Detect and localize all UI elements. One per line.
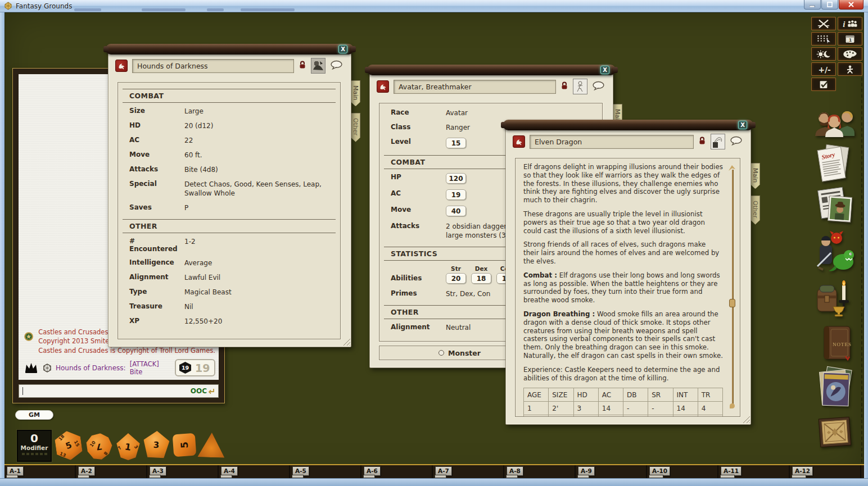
- sketch-portrait[interactable]: [711, 134, 725, 149]
- titlebar[interactable]: Fantasy Grounds: [0, 0, 868, 12]
- dragon-link-icon[interactable]: [115, 60, 128, 72]
- minimize-button[interactable]: [804, 0, 821, 10]
- modifier-value: 0: [18, 432, 51, 444]
- window-drag-bar[interactable]: [106, 44, 354, 54]
- hotkey-tab[interactable]: A-10: [649, 466, 670, 476]
- stat-value[interactable]: Lawful Evil: [184, 273, 336, 282]
- modifier-box[interactable]: 0 Modifier: [17, 430, 52, 462]
- hotkey-tab[interactable]: A-9: [578, 466, 595, 476]
- speech-bubble-icon[interactable]: [730, 136, 743, 148]
- window-drag-bar[interactable]: [503, 120, 753, 130]
- hotkey-tab[interactable]: A-3: [150, 466, 166, 476]
- maximize-button[interactable]: [821, 0, 838, 10]
- speech-bubble-icon[interactable]: [330, 60, 343, 72]
- images-button[interactable]: [815, 184, 853, 225]
- hotkey-tab[interactable]: A-4: [221, 466, 238, 476]
- hotkey-bar: A-1A-2A-3A-4A-5A-6A-7A-8A-9A-10A-11A-12: [4, 464, 864, 478]
- dragon-link-icon[interactable]: [513, 135, 525, 148]
- stat-label: Treasure: [129, 302, 184, 310]
- fantasy-grounds-app: Castles and Crusades Copyright 2013 Smit…: [0, 0, 868, 486]
- sketch-portrait[interactable]: [573, 79, 587, 94]
- hotkey-tab[interactable]: A-6: [364, 466, 381, 476]
- die-d6[interactable]: 5: [173, 433, 197, 457]
- stat-value[interactable]: 1-2: [184, 237, 336, 246]
- close-window-button[interactable]: X: [600, 66, 609, 74]
- hotkey-tab[interactable]: A-8: [507, 466, 523, 476]
- scrollbar-finial-icon: [730, 403, 735, 408]
- stat-value[interactable]: Detect Chaos, Good, Keen Senses, Leap, S…: [184, 180, 336, 198]
- scrollbar-thumb[interactable]: [729, 299, 735, 307]
- stat-value[interactable]: Magical Beast: [184, 288, 336, 297]
- story-content: Elf dragons delight in wrapping illusion…: [515, 158, 740, 417]
- tab-main[interactable]: Main: [351, 80, 360, 106]
- lock-icon[interactable]: [698, 136, 706, 148]
- story-button[interactable]: Story: [816, 143, 851, 183]
- tab-other[interactable]: Other: [751, 196, 760, 224]
- characters-button[interactable]: [813, 102, 857, 137]
- day-night-icon[interactable]: [811, 47, 836, 61]
- tab-main[interactable]: Main: [751, 163, 760, 189]
- speech-bubble-icon[interactable]: [592, 81, 605, 93]
- scrollbar[interactable]: [730, 165, 735, 408]
- palette-icon[interactable]: [838, 47, 862, 61]
- token-portrait[interactable]: [311, 58, 326, 74]
- window-drag-bar[interactable]: [367, 65, 616, 75]
- table-cell: 2': [549, 402, 573, 415]
- party-info-icon[interactable]: i: [838, 17, 862, 30]
- lock-icon[interactable]: [299, 60, 306, 72]
- stat-input[interactable]: 120: [446, 173, 466, 184]
- ability-input[interactable]: 20: [446, 273, 466, 284]
- modules-button[interactable]: [816, 365, 857, 408]
- monster-radio[interactable]: Monster: [438, 349, 481, 357]
- tab-other[interactable]: Other: [351, 113, 360, 142]
- hotkey-tab[interactable]: A-1: [7, 466, 24, 476]
- npc-sheet-hounds-of-darkness: MainOther X Hounds of Darkness COMBATSiz…: [107, 44, 352, 347]
- close-window-button[interactable]: X: [338, 45, 347, 53]
- stat-value[interactable]: Bite (4d8): [184, 165, 336, 174]
- calendar-icon[interactable]: 1: [838, 32, 862, 46]
- stat-input[interactable]: 40: [446, 206, 466, 216]
- crossed-swords-icon[interactable]: [811, 17, 836, 30]
- close-window-button[interactable]: X: [738, 121, 747, 129]
- stat-value[interactable]: 12,550+20: [184, 317, 336, 326]
- table-cell: 5: [573, 415, 598, 417]
- ability-input[interactable]: 18: [471, 273, 491, 284]
- stat-value[interactable]: 60 ft.: [184, 151, 336, 160]
- plus-minus-icon[interactable]: +/-: [811, 62, 836, 76]
- tokens-button[interactable]: [817, 416, 852, 448]
- story-name-field[interactable]: Elven Dragon: [530, 135, 694, 149]
- npcs-button[interactable]: [812, 230, 858, 275]
- stat-value[interactable]: 20 (d12): [184, 121, 336, 130]
- chat-input[interactable]: OOC: [19, 384, 219, 398]
- gm-identity-button[interactable]: GM: [15, 410, 53, 420]
- stat-value[interactable]: Avatar: [446, 108, 598, 117]
- table-header-cell: TR: [698, 388, 722, 402]
- notes-button[interactable]: NOTES: [821, 325, 853, 361]
- stat-value[interactable]: Nil: [184, 302, 336, 311]
- stat-input[interactable]: 19: [446, 189, 466, 200]
- checkbox-icon[interactable]: [811, 78, 836, 91]
- stat-value[interactable]: Large: [184, 107, 336, 116]
- grid-pointer-icon[interactable]: [811, 32, 836, 46]
- stat-value[interactable]: P: [184, 203, 336, 212]
- table-cell: 16: [598, 415, 623, 417]
- section-heading: OTHER: [123, 219, 336, 233]
- hotkey-tab[interactable]: A-5: [292, 466, 309, 476]
- items-button[interactable]: [814, 278, 855, 317]
- stat-label: Attacks: [391, 222, 446, 230]
- sheet-name-field[interactable]: Avatar, Breathmaker: [394, 80, 556, 94]
- lock-icon[interactable]: [560, 81, 568, 93]
- hotkey-tab[interactable]: A-2: [78, 466, 95, 476]
- dragon-link-icon[interactable]: [377, 80, 389, 93]
- level-input[interactable]: 15: [446, 138, 466, 148]
- stat-value[interactable]: Average: [184, 258, 336, 267]
- hotkey-tab[interactable]: A-7: [435, 466, 452, 476]
- person-icon[interactable]: [838, 62, 862, 76]
- close-button[interactable]: [839, 0, 864, 10]
- sheet-name-field[interactable]: Hounds of Darkness: [132, 59, 294, 73]
- stat-row: AttacksBite (4d8): [123, 162, 336, 177]
- stat-value[interactable]: 22: [184, 136, 336, 145]
- hotkey-tab[interactable]: A-12: [792, 466, 813, 476]
- app-icon: [4, 2, 12, 10]
- hotkey-tab[interactable]: A-11: [721, 466, 742, 476]
